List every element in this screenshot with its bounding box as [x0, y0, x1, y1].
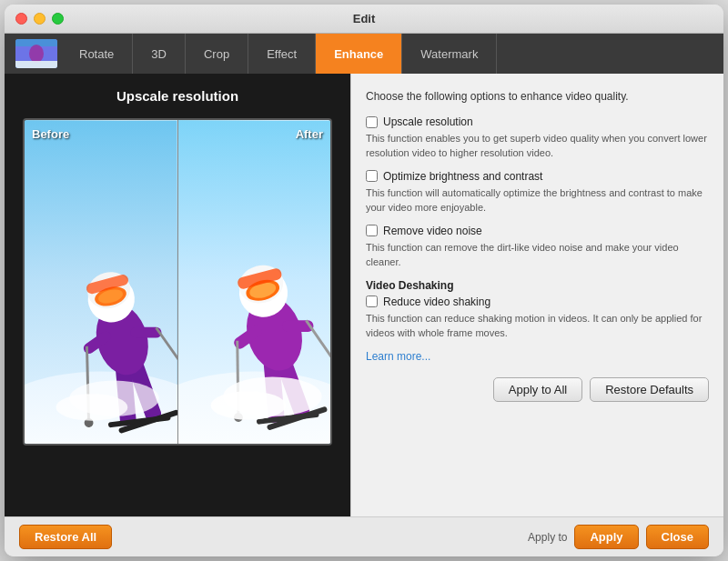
preview-area: Upscale resolution Before — [5, 74, 350, 516]
close-button-bottom[interactable]: Close — [646, 525, 709, 549]
svg-point-2 — [29, 45, 44, 63]
tab-enhance[interactable]: Enhance — [316, 34, 402, 74]
noise-desc: This function can remove the dirt-like v… — [366, 241, 709, 270]
apply-button[interactable]: Apply — [574, 525, 638, 549]
brightness-checkbox[interactable] — [366, 170, 378, 182]
apply-to-all-button[interactable]: Apply to All — [493, 377, 582, 402]
option-upscale: Upscale resolution This function enables… — [366, 115, 709, 161]
upscale-label[interactable]: Upscale resolution — [383, 115, 473, 128]
option-deshaking: Reduce video shaking This function can r… — [366, 296, 709, 341]
option-brightness: Optimize brightness and contrast This fu… — [366, 170, 709, 215]
apply-to-label: Apply to — [528, 531, 567, 544]
right-panel: Choose the following options to enhance … — [350, 74, 723, 516]
noise-label[interactable]: Remove video noise — [383, 225, 482, 237]
before-after-container: Before — [23, 118, 332, 446]
learn-more-link[interactable]: Learn more... — [366, 350, 709, 363]
brightness-desc: This function will automatically optimiz… — [366, 186, 709, 215]
svg-rect-3 — [15, 61, 57, 68]
minimize-button[interactable] — [34, 13, 46, 25]
after-panel: After — [178, 120, 331, 444]
main-content: Upscale resolution Before — [5, 74, 723, 516]
tab-rotate[interactable]: Rotate — [61, 34, 133, 74]
video-thumbnail — [15, 39, 57, 68]
option-noise: Remove video noise This function can rem… — [366, 225, 709, 270]
svg-point-43 — [210, 391, 286, 420]
deshaking-checkbox[interactable] — [366, 296, 378, 307]
tab-watermark[interactable]: Watermark — [402, 34, 497, 74]
panel-intro: Choose the following options to enhance … — [366, 88, 709, 105]
secondary-button-row: Apply to All Restore Defaults — [366, 377, 709, 409]
before-image — [25, 120, 177, 444]
brightness-label[interactable]: Optimize brightness and contrast — [383, 170, 542, 183]
deshaking-label[interactable]: Reduce video shaking — [383, 296, 490, 308]
upscale-desc: This function enables you to get superb … — [366, 132, 709, 161]
deshaking-row: Reduce video shaking — [366, 296, 709, 308]
restore-all-button[interactable]: Restore All — [19, 525, 112, 549]
window-title: Edit — [353, 12, 376, 25]
after-label: After — [296, 127, 323, 141]
tab-3d[interactable]: 3D — [133, 34, 186, 74]
tab-bar: Rotate 3D Crop Effect Enhance Watermark — [5, 34, 723, 74]
noise-row: Remove video noise — [366, 225, 709, 237]
before-panel: Before — [25, 120, 178, 444]
after-image — [178, 120, 331, 444]
before-label: Before — [32, 127, 69, 141]
thumbnail-tab[interactable] — [12, 34, 61, 74]
deshaking-section-header: Video Deshaking — [366, 279, 709, 292]
tab-effect[interactable]: Effect — [248, 34, 316, 74]
deshaking-desc: This function can reduce shaking motion … — [366, 312, 709, 341]
main-window: Edit Rotate 3D Crop Effect En — [5, 5, 723, 556]
preview-title: Upscale resolution — [116, 88, 238, 104]
close-button[interactable] — [15, 13, 27, 25]
maximize-button[interactable] — [52, 13, 64, 25]
traffic-lights — [15, 13, 64, 25]
apply-section: Apply to Apply Close — [528, 525, 709, 549]
noise-checkbox[interactable] — [366, 225, 378, 236]
tab-crop[interactable]: Crop — [186, 34, 248, 74]
upscale-row: Upscale resolution — [366, 115, 709, 128]
bottom-bar: Restore All Apply to Apply Close — [5, 516, 723, 556]
brightness-row: Optimize brightness and contrast — [366, 170, 709, 183]
svg-point-23 — [56, 394, 127, 421]
upscale-checkbox[interactable] — [366, 116, 378, 128]
title-bar: Edit — [5, 5, 723, 34]
restore-defaults-button[interactable]: Restore Defaults — [590, 377, 709, 402]
